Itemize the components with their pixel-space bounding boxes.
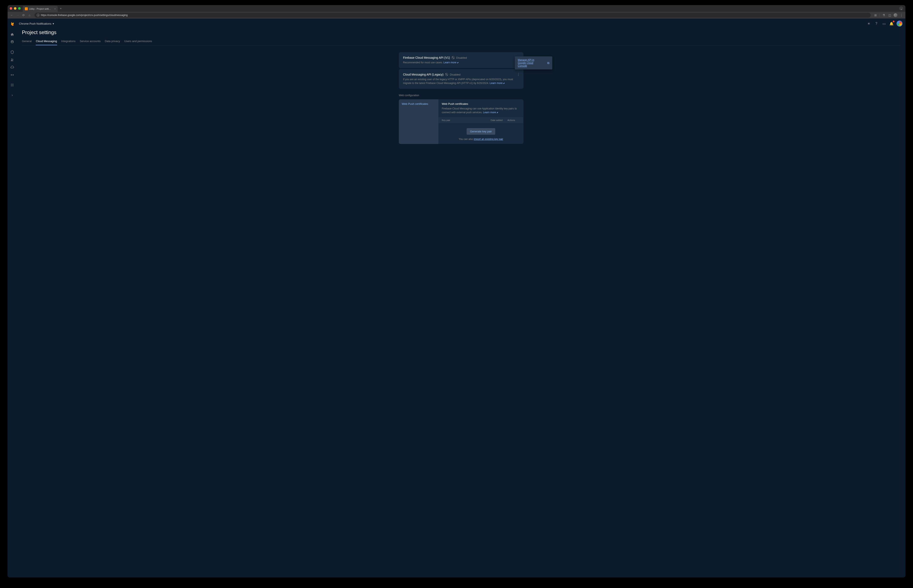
shield-icon[interactable] xyxy=(9,49,16,56)
sidebar: › xyxy=(8,29,17,186)
page-title: Project settings xyxy=(22,29,289,36)
title-bar: Libby - Project settings - Fire × + ⌄ xyxy=(8,5,289,12)
functions-icon[interactable] xyxy=(9,71,16,78)
tab-service-accounts[interactable]: Service accounts xyxy=(80,37,100,45)
svg-point-2 xyxy=(11,84,11,84)
svg-point-5 xyxy=(11,85,11,86)
tab-integrations[interactable]: Integrations xyxy=(61,37,76,45)
close-window-button[interactable] xyxy=(10,7,12,10)
svg-point-4 xyxy=(13,84,13,84)
site-info-icon[interactable]: ⊙ xyxy=(37,14,40,17)
app-header: Chrome Push Notifications ▾ ☀ ? ▭ 🔔 xyxy=(8,19,289,29)
minimize-window-button[interactable] xyxy=(14,7,16,10)
users-icon[interactable] xyxy=(9,57,16,63)
traffic-lights xyxy=(10,7,21,10)
browser-toolbar: ← → ⟳ ⌂ ⊙ https://console.firebase.googl… xyxy=(8,12,289,19)
address-bar[interactable]: ⊙ https://console.firebase.google.com/pr… xyxy=(34,13,289,18)
tabs-row: General Cloud Messaging Integrations Ser… xyxy=(22,37,289,45)
new-tab-button[interactable]: + xyxy=(60,7,62,10)
browser-tab[interactable]: Libby - Project settings - Fire × xyxy=(23,6,58,12)
project-selector[interactable]: Chrome Push Notifications ▾ xyxy=(19,22,54,25)
browser-window: Libby - Project settings - Fire × + ⌄ ← … xyxy=(8,5,289,186)
svg-point-6 xyxy=(12,85,13,86)
forward-button[interactable]: → xyxy=(16,13,20,17)
back-button[interactable]: ← xyxy=(10,13,14,17)
apps-grid-icon[interactable] xyxy=(9,82,16,88)
main-area: › Project settings General Cloud Messagi… xyxy=(8,29,289,186)
content: Project settings General Cloud Messaging… xyxy=(17,29,289,186)
svg-point-1 xyxy=(13,59,13,60)
svg-point-7 xyxy=(13,85,13,86)
tab-data-privacy[interactable]: Data privacy xyxy=(105,37,120,45)
tab-title: Libby - Project settings - Fire xyxy=(29,8,52,10)
firebase-logo[interactable] xyxy=(11,21,15,26)
home-button[interactable]: ⌂ xyxy=(28,13,32,17)
home-icon[interactable] xyxy=(9,31,16,38)
svg-point-3 xyxy=(12,84,13,84)
app-content: Chrome Push Notifications ▾ ☀ ? ▭ 🔔 xyxy=(8,19,289,186)
reload-button[interactable]: ⟳ xyxy=(21,13,26,17)
gear-icon[interactable] xyxy=(9,39,16,45)
tab-general[interactable]: General xyxy=(22,37,32,45)
maximize-window-button[interactable] xyxy=(18,7,21,10)
dropdown-icon: ▾ xyxy=(53,22,54,25)
firebase-favicon xyxy=(25,7,28,10)
svg-point-10 xyxy=(13,86,13,86)
tab-users-permissions[interactable]: Users and permissions xyxy=(124,37,152,45)
cloud-icon[interactable] xyxy=(9,64,16,71)
svg-point-0 xyxy=(11,59,13,60)
url-text: https://console.firebase.google.com/proj… xyxy=(41,14,128,17)
close-tab-icon[interactable]: × xyxy=(54,8,56,10)
svg-point-9 xyxy=(12,86,13,86)
project-name: Chrome Push Notifications xyxy=(19,22,51,25)
expand-sidebar-icon[interactable]: › xyxy=(9,92,16,99)
svg-point-8 xyxy=(11,86,11,86)
tab-cloud-messaging[interactable]: Cloud Messaging xyxy=(36,37,57,45)
